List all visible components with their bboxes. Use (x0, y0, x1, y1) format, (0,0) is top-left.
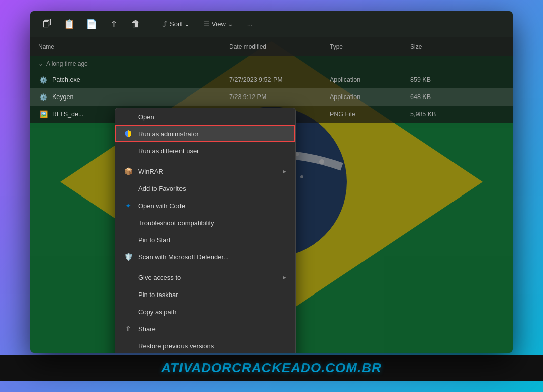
banner-text: ATIVADORCRACKEADO.COM.BR (161, 360, 382, 376)
toolbar-divider-1 (151, 18, 151, 30)
more-label: ... (247, 20, 253, 28)
ctx-label: Troubleshoot compatibility (138, 219, 214, 227)
access-icon (123, 272, 133, 282)
ctx-troubleshoot[interactable]: Troubleshoot compatibility (115, 214, 295, 231)
ctx-share[interactable]: ⇧ Share (115, 320, 295, 337)
ctx-pin-taskbar[interactable]: Pin to taskbar (115, 286, 295, 303)
ctx-label: Pin to Start (138, 236, 170, 244)
view-icon: ☰ (204, 20, 210, 28)
submenu-arrow: ► (282, 168, 287, 174)
share-icon: ⇧ (123, 324, 133, 334)
ctx-add-favorites[interactable]: Add to Favorites (115, 180, 295, 197)
ctx-divider-2 (115, 267, 295, 267)
ctx-label: Pin to taskbar (138, 291, 178, 299)
ctx-label: Open (138, 113, 154, 121)
file-date: 7/27/2023 9:52 PM (229, 76, 330, 83)
ctx-give-access[interactable]: Give access to ► (115, 269, 295, 286)
exe-icon: ⚙️ (38, 75, 48, 85)
delete-icon[interactable]: 🗑 (127, 15, 145, 33)
col-header-type[interactable]: Type (330, 43, 410, 50)
file-list-header: Name Date modified Type Size (30, 37, 513, 56)
ctx-restore-versions[interactable]: Restore previous versions (115, 337, 295, 353)
file-date: 7/23 9:12 PM (229, 93, 330, 101)
exe-icon-keygen: ⚙️ (38, 92, 48, 102)
context-menu: Open Run as administrator Run as differe… (115, 108, 296, 353)
file-name: Patch.exe (52, 76, 80, 83)
cut-icon[interactable]: 📋 (60, 15, 78, 33)
sort-icon: ⇵ (162, 20, 168, 28)
submenu-arrow-2: ► (282, 274, 287, 280)
chevron-right-icon: ⌄ (38, 60, 43, 67)
col-header-name[interactable]: Name (38, 43, 229, 50)
restore-icon (123, 341, 133, 351)
ctx-label: Run as different user (138, 147, 199, 155)
troubleshoot-icon (123, 218, 133, 228)
ctx-label: Scan with Microsoft Defender... (138, 253, 229, 261)
file-size: 859 KB (410, 76, 505, 83)
ctx-divider-1 (115, 161, 295, 161)
file-type: Application (330, 76, 410, 83)
bottom-banner: ATIVADORCRACKEADO.COM.BR (0, 355, 543, 381)
ctx-label: Give access to (138, 274, 181, 281)
svg-point-9 (300, 175, 303, 178)
group-header-old: ⌄ A long time ago (30, 56, 513, 71)
file-size: 5,985 KB (410, 111, 505, 118)
ctx-run-as-admin[interactable]: Run as administrator (115, 125, 295, 142)
ctx-winrar[interactable]: 📦 WinRAR ► (115, 163, 295, 180)
pin-icon (123, 235, 133, 245)
ctx-open-with-code[interactable]: ✦ Open with Code (115, 197, 295, 214)
view-label: View (212, 20, 226, 28)
ctx-label: WinRAR (138, 168, 163, 175)
winrar-icon: 📦 (123, 166, 133, 176)
ctx-run-as-user[interactable]: Run as different user (115, 142, 295, 159)
file-type: PNG File (330, 111, 410, 118)
file-size: 648 KB (410, 93, 505, 101)
group-label: A long time ago (46, 60, 88, 67)
share-toolbar-icon[interactable]: ⇧ (105, 15, 123, 33)
file-type: Application (330, 93, 410, 101)
vscode-icon: ✦ (123, 201, 133, 211)
favorites-icon (123, 183, 133, 193)
toolbar: 🗍 📋 📄 ⇧ 🗑 ⇵ Sort ⌄ ☰ View ⌄ ... (30, 11, 513, 37)
ctx-copy-path[interactable]: Copy as path (115, 303, 295, 320)
table-row[interactable]: ⚙️ Patch.exe 7/27/2023 9:52 PM Applicati… (30, 71, 513, 88)
png-icon: 🖼️ (38, 109, 48, 119)
user-icon (123, 146, 133, 156)
view-button[interactable]: ☰ View ⌄ (199, 18, 238, 30)
more-button[interactable]: ... (242, 18, 258, 30)
table-row[interactable]: ⚙️ Keygen 7/23 9:12 PM Application 648 K… (30, 88, 513, 106)
ctx-scan-defender[interactable]: 🛡️ Scan with Microsoft Defender... (115, 248, 295, 265)
sort-chevron: ⌄ (184, 20, 190, 28)
copy-icon[interactable]: 🗍 (38, 15, 56, 33)
col-header-size[interactable]: Size (410, 43, 505, 50)
col-header-date[interactable]: Date modified (229, 43, 330, 50)
open-icon (123, 112, 133, 122)
view-chevron: ⌄ (228, 20, 233, 28)
ctx-label: Add to Favorites (138, 185, 186, 192)
sort-button[interactable]: ⇵ Sort ⌄ (157, 18, 195, 30)
ctx-label: Restore previous versions (138, 342, 214, 350)
file-explorer-window: 🗍 📋 📄 ⇧ 🗑 ⇵ Sort ⌄ ☰ View ⌄ ... Name Dat… (30, 11, 513, 353)
ctx-pin-start[interactable]: Pin to Start (115, 231, 295, 248)
shield-uac-icon (123, 129, 133, 139)
sort-label: Sort (170, 20, 182, 28)
taskbar-icon (123, 289, 133, 300)
file-name: RLTS_de... (52, 111, 83, 118)
svg-point-7 (319, 159, 324, 164)
ctx-label: Share (138, 325, 156, 333)
paste-icon[interactable]: 📄 (82, 15, 101, 33)
ctx-label: Copy as path (138, 308, 177, 316)
file-name: Keygen (52, 93, 73, 101)
ctx-label: Run as administrator (138, 130, 199, 138)
copy-path-icon (123, 307, 133, 317)
ctx-label: Open with Code (138, 202, 185, 210)
ctx-open[interactable]: Open (115, 108, 295, 125)
defender-icon: 🛡️ (123, 252, 133, 262)
